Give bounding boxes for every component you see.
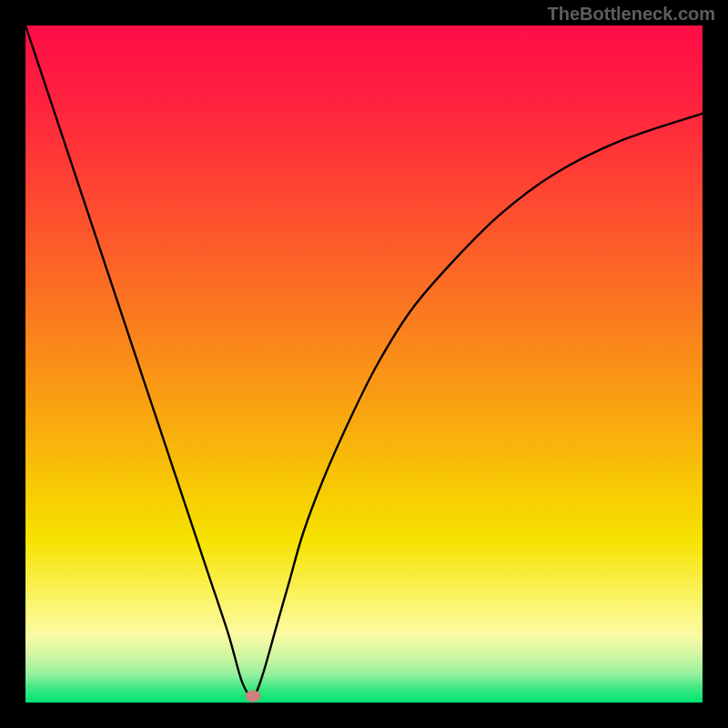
chart-plot-area [25,25,703,703]
chart-curve [25,25,703,703]
watermark-text: TheBottleneck.com [548,4,715,25]
min-marker [245,691,260,703]
